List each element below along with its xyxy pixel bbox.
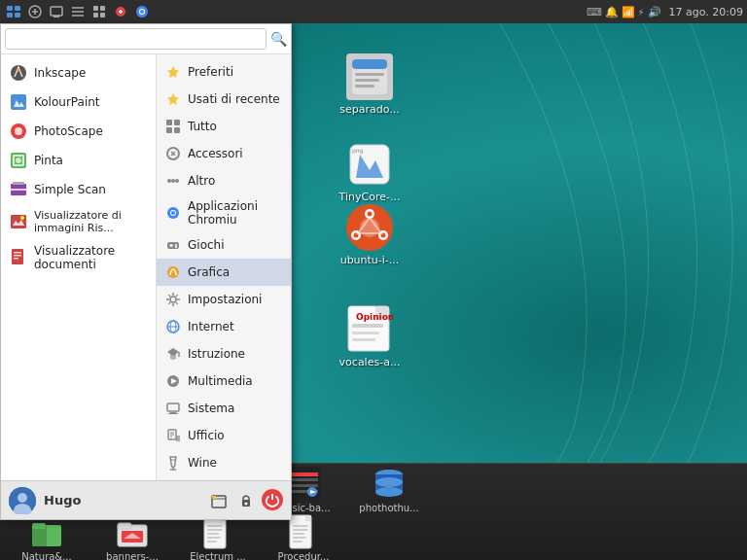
svg-rect-27 <box>14 252 21 254</box>
docviewer-icon <box>9 248 28 267</box>
svg-point-49 <box>170 297 176 302</box>
wine-icon <box>164 454 182 472</box>
simplescan-icon <box>9 180 28 199</box>
svg-rect-131 <box>293 525 308 527</box>
svg-point-37 <box>167 179 171 183</box>
menu-app-imgviewer[interactable]: Visualizzatore di immagini Ris... <box>1 204 156 239</box>
desktop-icon-vocales[interactable]: Opinion vocales-a... <box>331 306 409 368</box>
multimedia-icon <box>164 372 182 390</box>
menu-cat-preferiti[interactable]: Preferiti <box>157 58 291 86</box>
photothu-label: phothothu... <box>351 503 427 513</box>
svg-rect-135 <box>293 541 302 542</box>
svg-rect-5 <box>51 7 62 16</box>
internet-icon <box>164 318 182 335</box>
svg-rect-88 <box>352 324 383 328</box>
menu-cat-recenti[interactable]: Usati di recente <box>157 86 291 113</box>
giochi-icon <box>164 236 182 254</box>
lock-button[interactable] <box>234 489 258 512</box>
altro-label: Altro <box>188 174 215 188</box>
sistema-icon <box>164 400 182 417</box>
tutto-label: Tutto <box>188 120 217 133</box>
svg-rect-16 <box>11 94 26 110</box>
multimedia-label: Multimedia <box>188 374 253 388</box>
svg-point-48 <box>167 266 179 278</box>
menu-cat-giochi[interactable]: Giochi <box>157 231 291 259</box>
svg-text:png: png <box>352 147 364 155</box>
panel-icon-3[interactable] <box>68 2 88 21</box>
photoscape-icon <box>9 122 28 141</box>
app-menu: 🔍 Inkscape <box>0 23 292 520</box>
vocales-label: vocales-a... <box>339 356 401 368</box>
menu-cat-impostazioni[interactable]: Impostazioni <box>157 286 291 313</box>
svg-rect-73 <box>355 79 379 82</box>
menu-app-kolourpaint[interactable]: KolourPaint <box>1 88 156 117</box>
chromium-label: Applicazioni Chromiu <box>188 199 283 227</box>
menu-app-pinta[interactable]: Pinta <box>1 146 156 175</box>
electrum-label: Electrum ... <box>180 551 256 561</box>
panel-icon-2[interactable] <box>47 2 66 21</box>
menu-app-inkscape[interactable]: Inkscape <box>1 58 156 88</box>
panel-icon-5[interactable] <box>111 2 130 21</box>
inkscape-icon <box>9 63 28 83</box>
svg-rect-108 <box>289 484 318 487</box>
menu-cat-grafica[interactable]: Grafica <box>157 259 291 286</box>
files-button[interactable] <box>207 489 231 512</box>
panel-icon-1[interactable] <box>25 2 45 21</box>
svg-rect-3 <box>15 13 20 18</box>
desktop-icon-tinycore[interactable]: png TinyCore-... <box>331 141 409 203</box>
panel-icon-4[interactable] <box>89 2 109 21</box>
menu-app-simplescan[interactable]: Simple Scan <box>1 175 156 204</box>
kolourpaint-icon <box>9 92 28 112</box>
user-name: Hugo <box>44 493 199 508</box>
inkscape-label: Inkscape <box>34 66 86 80</box>
preferiti-icon <box>164 63 182 81</box>
panel-right: ⌨ 🔔 📶 ⚡ 🔊 17 ago. 20:09 <box>587 6 743 18</box>
power-button[interactable] <box>262 489 283 510</box>
ubuntu-label: ubuntu-i-... <box>340 254 400 266</box>
pinta-label: Pinta <box>34 154 63 167</box>
svg-rect-6 <box>93 6 98 11</box>
desktop: ⌨ 🔔 📶 ⚡ 🔊 17 ago. 20:09 🔍 <box>0 0 747 560</box>
panel-left <box>4 2 152 21</box>
desktop-icon-separator[interactable]: separado... <box>331 53 409 116</box>
svg-rect-133 <box>293 533 304 535</box>
svg-marker-31 <box>167 93 179 105</box>
wine-label: Wine <box>188 456 217 470</box>
svg-rect-126 <box>207 533 219 535</box>
menu-cat-tutto[interactable]: Tutto <box>157 113 291 140</box>
svg-rect-8 <box>93 13 98 18</box>
preferiti-label: Preferiti <box>188 65 233 79</box>
svg-point-18 <box>15 127 22 135</box>
menu-cat-istruzione[interactable]: Istruzione <box>157 340 291 368</box>
ubuntu-icon <box>346 204 393 251</box>
svg-rect-22 <box>13 182 24 185</box>
menu-cat-multimedia[interactable]: Multimedia <box>157 368 291 395</box>
menu-cat-altro[interactable]: Altro <box>157 167 291 194</box>
panel-network-icon: 📶 <box>622 6 635 18</box>
menu-cat-ufficio[interactable]: Ufficio <box>157 422 291 449</box>
taskbar-item-photothu[interactable]: phothothu... <box>350 464 428 513</box>
menu-cat-internet[interactable]: Internet <box>157 313 291 340</box>
menu-search-input[interactable] <box>5 28 267 50</box>
panel-datetime: 17 ago. 20:09 <box>669 6 743 18</box>
desktop-icon-ubuntu[interactable]: ubuntu-i-... <box>331 204 409 266</box>
svg-rect-120 <box>118 523 131 529</box>
menu-app-docviewer[interactable]: Visualizzatore documenti <box>1 239 156 276</box>
svg-point-39 <box>175 179 179 183</box>
menu-app-photoscape[interactable]: PhotoScape <box>1 117 156 146</box>
panel-icon-chromium[interactable] <box>132 2 152 21</box>
recenti-icon <box>164 90 182 108</box>
svg-point-115 <box>375 477 403 487</box>
svg-rect-9 <box>100 13 105 18</box>
svg-rect-0 <box>7 6 13 11</box>
procedur-label: Procedur... <box>266 551 341 561</box>
menu-cat-wine[interactable]: Wine <box>157 449 291 476</box>
menu-cat-sistema[interactable]: Sistema <box>157 395 291 422</box>
svg-text:Opinion: Opinion <box>356 312 393 322</box>
accessori-label: Accessori <box>188 147 243 160</box>
svg-rect-124 <box>207 525 223 527</box>
panel-app-launcher[interactable] <box>4 2 23 21</box>
menu-cat-chromium[interactable]: Applicazioni Chromiu <box>157 194 291 231</box>
menu-cat-accessori[interactable]: Accessori <box>157 140 291 167</box>
menu-categories-panel: Preferiti Usati di recente <box>157 54 291 480</box>
